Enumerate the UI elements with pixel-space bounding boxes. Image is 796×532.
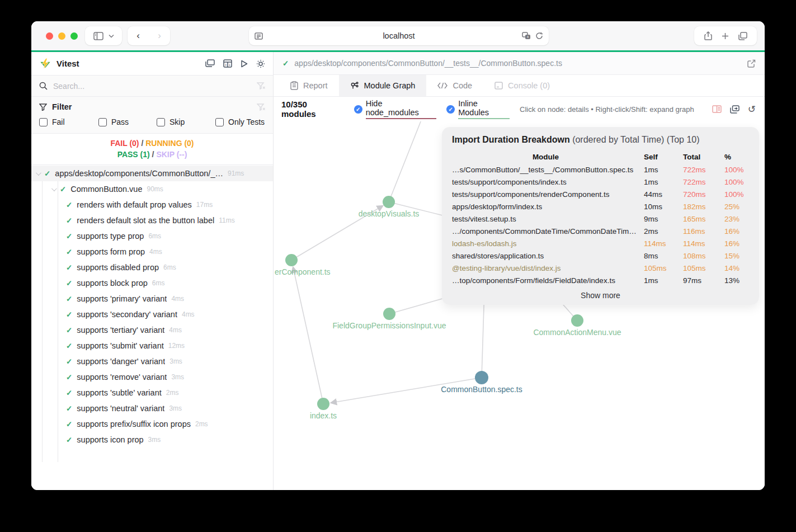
export-graph-icon[interactable] — [730, 105, 740, 114]
fail-checkbox[interactable] — [39, 118, 48, 126]
browser-sidebar-toggle[interactable] — [85, 26, 122, 45]
graph-node[interactable] — [285, 254, 298, 266]
breakdown-module[interactable]: …top/components/Form/fields/FieldDate/in… — [452, 276, 639, 285]
test-row[interactable]: ✓ supports 'primary' variant 4ms — [31, 291, 273, 307]
toolbar-right-buttons — [694, 26, 757, 45]
share-icon[interactable] — [704, 31, 712, 40]
chevron-down-icon[interactable] — [51, 186, 57, 191]
open-external-icon[interactable] — [747, 59, 756, 68]
test-row[interactable]: ✓ renders default slot as the button lab… — [31, 213, 273, 228]
tab-report[interactable]: Report — [279, 75, 339, 96]
breakdown-row[interactable]: …s/CommonButton/__tests__/CommonButton.s… — [452, 163, 749, 176]
reader-view-icon[interactable] — [255, 32, 263, 40]
test-duration: 11ms — [219, 216, 234, 224]
test-name: supports disabled prop — [77, 263, 159, 272]
tab-console[interactable]: Console (0) — [483, 75, 561, 96]
run-all-icon[interactable] — [241, 60, 248, 68]
dashboard-icon[interactable]: 31 — [223, 59, 232, 68]
breakdown-module[interactable]: shared/stores/application.ts — [452, 252, 639, 260]
test-row[interactable]: ✓ supports 'remove' variant 3ms — [31, 369, 273, 385]
test-row[interactable]: ✓ supports 'submit' variant 12ms — [31, 338, 273, 354]
breakdown-module[interactable]: …/components/CommonDateTime/CommonDateTi… — [452, 227, 639, 236]
filter-option-fail[interactable]: Fail — [39, 117, 98, 126]
test-row[interactable]: ✓ supports 'tertiary' variant 4ms — [31, 322, 273, 338]
test-name: supports 'remove' variant — [77, 373, 167, 382]
test-row[interactable]: ✓ supports block prop 6ms — [31, 275, 273, 291]
pass-checkbox[interactable] — [98, 118, 107, 126]
test-row[interactable]: ✓ supports type prop 6ms — [31, 228, 273, 244]
test-row[interactable]: ✓ supports 'secondary' variant 4ms — [31, 307, 273, 322]
filter-option-skip[interactable]: Skip — [157, 117, 215, 126]
breakdown-module[interactable]: tests/vitest.setup.ts — [452, 215, 639, 223]
test-suite-row[interactable]: ✓ CommonButton.vue 90ms — [31, 181, 273, 197]
test-row[interactable]: ✓ supports form prop 4ms — [31, 244, 273, 260]
test-row[interactable]: ✓ supports disabled prop 6ms — [31, 260, 273, 275]
file-path: apps/desktop/components/CommonButton/__t… — [294, 59, 742, 68]
tab-code[interactable]: Code — [426, 75, 483, 96]
close-window-button[interactable] — [46, 32, 53, 40]
checked-checkbox-icon[interactable]: ✓ — [446, 105, 455, 114]
inline-modules-toggle[interactable]: ✓ Inline Modules — [446, 99, 510, 119]
tab-module-graph[interactable]: Module Graph — [339, 75, 427, 96]
breakdown-row[interactable]: …/components/CommonDateTime/CommonDateTi… — [452, 225, 749, 237]
clear-search-filter-icon[interactable] — [257, 82, 265, 90]
reset-graph-icon[interactable]: ↺ — [748, 105, 756, 114]
hide-node-modules-toggle[interactable]: ✓ Hide node_modules — [354, 99, 437, 119]
chevron-down-icon[interactable] — [36, 170, 41, 176]
back-button[interactable]: ‹ — [128, 30, 149, 41]
breakdown-row[interactable]: lodash-es/lodash.js 114ms 114ms 16% — [452, 237, 749, 249]
test-row[interactable]: ✓ supports 'danger' variant 3ms — [31, 354, 273, 369]
skip-checkbox[interactable] — [157, 118, 165, 126]
breakdown-row[interactable]: @testing-library/vue/dist/index.js 105ms… — [452, 262, 749, 274]
url-text[interactable]: localhost — [249, 31, 549, 40]
test-row[interactable]: ✓ renders with default prop values 17ms — [31, 197, 273, 213]
graph-node[interactable] — [571, 314, 583, 327]
module-graph-canvas[interactable]: desktopVisuals.tserComponent.tsFieldGrou… — [274, 121, 765, 490]
graph-node[interactable] — [383, 308, 395, 320]
breakdown-self: 9ms — [644, 215, 679, 223]
test-duration: 3ms — [169, 404, 182, 412]
pass-check-icon: ✓ — [60, 185, 66, 194]
filter-option-pass[interactable]: Pass — [98, 117, 157, 126]
breakdown-row[interactable]: shared/stores/application.ts 8ms 108ms 1… — [452, 249, 749, 262]
breakdown-module[interactable]: apps/desktop/form/index.ts — [452, 203, 639, 211]
breakdown-module[interactable]: lodash-es/lodash.js — [452, 239, 639, 248]
new-tab-icon[interactable] — [722, 32, 729, 40]
only-tests-checkbox[interactable] — [215, 118, 224, 126]
breakdown-module[interactable]: …s/CommonButton/__tests__/CommonButton.s… — [452, 166, 639, 174]
breakdown-module[interactable]: tests/support/components/renderComponent… — [452, 190, 639, 199]
translate-icon[interactable]: x — [522, 32, 531, 40]
collapse-panels-icon[interactable] — [205, 59, 215, 68]
breakdown-module[interactable]: tests/support/components/index.ts — [452, 178, 639, 186]
test-name: supports 'neutral' variant — [77, 404, 164, 413]
zoom-window-button[interactable] — [70, 32, 78, 40]
clear-filters-icon[interactable] — [257, 103, 265, 111]
reload-icon[interactable] — [535, 32, 543, 40]
search-input[interactable] — [53, 82, 251, 91]
address-bar[interactable]: localhost x — [249, 26, 549, 45]
minimize-window-button[interactable] — [58, 32, 65, 40]
breakdown-row[interactable]: …top/components/Form/fields/FieldDate/in… — [452, 274, 749, 286]
pass-check-icon: ✓ — [66, 232, 72, 241]
graph-node[interactable] — [383, 196, 395, 208]
toggle-breakdown-panel-icon[interactable] — [712, 105, 722, 113]
breakdown-row[interactable]: tests/support/components/index.ts 1ms 72… — [452, 176, 749, 188]
test-row[interactable]: ✓ supports 'neutral' variant 3ms — [31, 401, 273, 416]
graph-node[interactable] — [475, 371, 488, 384]
test-row[interactable]: ✓ supports 'subtle' variant 2ms — [31, 385, 273, 401]
filter-option-only-tests[interactable]: Only Tests — [215, 117, 265, 126]
graph-node[interactable] — [317, 398, 329, 410]
test-row[interactable]: ✓ supports icon prop 3ms — [31, 432, 273, 448]
forward-button[interactable]: › — [149, 30, 170, 41]
breakdown-row[interactable]: tests/support/components/renderComponent… — [452, 188, 749, 200]
test-row[interactable]: ✓ supports prefix/suffix icon props 2ms — [31, 416, 273, 432]
checked-checkbox-icon[interactable]: ✓ — [354, 105, 362, 114]
tab-overview-icon[interactable] — [738, 32, 747, 40]
theme-toggle-icon[interactable] — [256, 59, 265, 68]
show-more-button[interactable]: Show more — [452, 291, 749, 300]
breakdown-self: 1ms — [644, 166, 679, 174]
test-file-row[interactable]: ✓ apps/desktop/components/CommonButton/_… — [31, 166, 273, 181]
breakdown-row[interactable]: tests/vitest.setup.ts 9ms 165ms 23% — [452, 213, 749, 225]
breakdown-module[interactable]: @testing-library/vue/dist/index.js — [452, 264, 639, 272]
breakdown-row[interactable]: apps/desktop/form/index.ts 10ms 182ms 25… — [452, 200, 749, 213]
